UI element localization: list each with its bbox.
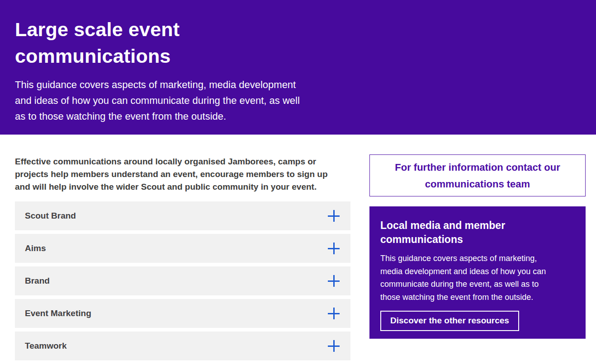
accordion-item-label: Aims <box>25 243 46 253</box>
accordion-item-event-marketing[interactable]: Event Marketing <box>15 299 350 328</box>
intro-paragraph: Effective communications around locally … <box>15 155 350 193</box>
promo-card: Local media and member communications Th… <box>369 206 586 339</box>
plus-icon[interactable] <box>328 308 340 319</box>
plus-icon[interactable] <box>328 275 340 287</box>
promo-card-title: Local media and member communications <box>380 219 574 247</box>
accordion-item-label: Event Marketing <box>25 308 91 318</box>
accordion-item-label: Scout Brand <box>25 211 76 221</box>
accordion-item-label: Teamwork <box>25 341 67 351</box>
plus-icon[interactable] <box>328 243 340 254</box>
sidebar: For further information contact our comm… <box>369 154 586 339</box>
hero-banner: Large scale event communications This gu… <box>0 0 596 135</box>
accordion-item-scout-brand[interactable]: Scout Brand <box>15 201 350 230</box>
main-content: Effective communications around locally … <box>15 155 350 364</box>
promo-card-body: This guidance covers aspects of marketin… <box>380 252 574 303</box>
page: Large scale event communications This gu… <box>0 0 596 364</box>
plus-icon[interactable] <box>328 210 340 222</box>
contact-info-box[interactable]: For further information contact our comm… <box>369 154 586 196</box>
hero-subtitle: This guidance covers aspects of marketin… <box>15 77 578 124</box>
accordion-item-label: Brand <box>25 276 50 286</box>
page-title: Large scale event communications <box>15 16 578 70</box>
accordion: Scout Brand Aims Brand Event Marketing T… <box>15 201 350 360</box>
accordion-item-brand[interactable]: Brand <box>15 266 350 295</box>
plus-icon[interactable] <box>328 340 340 352</box>
accordion-item-teamwork[interactable]: Teamwork <box>15 331 350 360</box>
accordion-item-aims[interactable]: Aims <box>15 234 350 263</box>
contact-info-text: For further information contact our comm… <box>395 159 560 192</box>
discover-resources-button[interactable]: Discover the other resources <box>380 311 519 331</box>
